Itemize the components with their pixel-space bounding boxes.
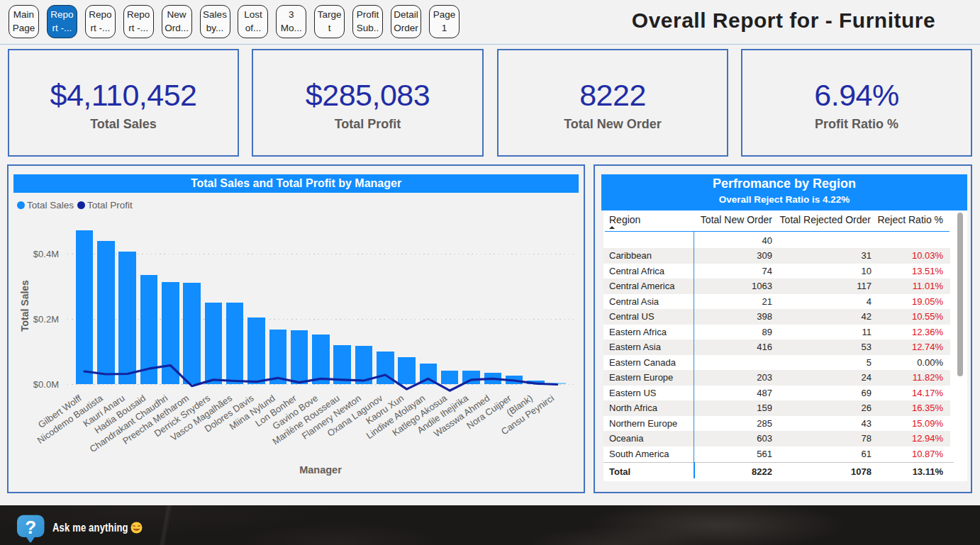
svg-text:?: ?: [25, 517, 36, 538]
